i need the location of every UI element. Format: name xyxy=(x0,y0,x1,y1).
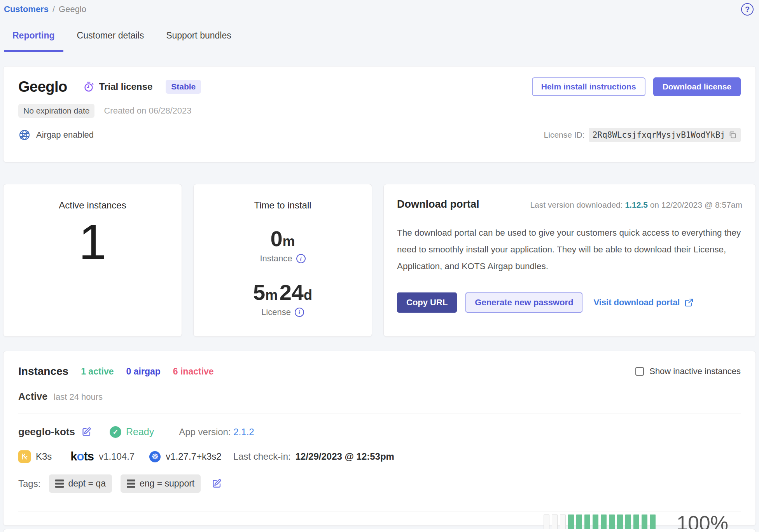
status-badge: ✓ Ready xyxy=(110,426,154,438)
license-time-unit2: d xyxy=(304,287,312,303)
last-checkin-label: Last check-in: xyxy=(233,451,291,462)
license-id-value: 2Rq8WLcsjfxqrMysjvB1WodYkBj xyxy=(593,130,725,140)
instance-time-label: Instance xyxy=(260,254,292,264)
kubernetes-icon: ☸ xyxy=(149,451,161,462)
app-version: App version: 2.1.2 xyxy=(179,427,254,438)
time-to-install-card: Time to install 0m Instance i 5m 24d Lic… xyxy=(193,184,372,337)
instances-title: Instances xyxy=(18,365,68,378)
last-checkin-value: 12/29/2023 @ 12:53pm xyxy=(296,451,394,462)
show-inactive-label: Show inactive instances xyxy=(649,366,741,376)
instances-card: Instances 1 active 0 airgap 6 inactive S… xyxy=(3,351,756,526)
airgap-label: Airgap enabled xyxy=(36,130,94,140)
inactive-count[interactable]: 6 inactive xyxy=(173,366,214,377)
airgap-status: Airgap enabled xyxy=(18,129,94,141)
time-to-install-title: Time to install xyxy=(254,200,311,211)
active-instances-value: 1 xyxy=(79,217,106,267)
active-instances-card: Active instances 1 xyxy=(3,184,182,337)
check-circle-icon: ✓ xyxy=(110,426,121,438)
edit-tags-icon[interactable] xyxy=(212,478,222,489)
tag-label: eng = support xyxy=(140,478,194,489)
top-bar: Customers / Geeglo ? xyxy=(4,3,754,16)
instance-row: geeglo-kots ✓ Ready App version: 2.1.2 K… xyxy=(18,426,741,493)
kots-logo: kots xyxy=(70,450,94,464)
next-card-partial xyxy=(3,529,756,532)
external-link-icon xyxy=(684,298,694,307)
visit-portal-label: Visit download portal xyxy=(593,298,680,308)
tab-reporting[interactable]: Reporting xyxy=(4,23,63,52)
license-id-box: 2Rq8WLcsjfxqrMysjvB1WodYkBj xyxy=(589,128,741,142)
instance-time-unit: m xyxy=(283,233,295,249)
tag-bars-icon xyxy=(55,480,64,488)
license-type: Trial license xyxy=(83,81,152,93)
license-time-unit1: m xyxy=(265,287,278,303)
created-date: Created on 06/28/2023 xyxy=(104,106,191,116)
helm-install-instructions-button[interactable]: Helm install instructions xyxy=(532,77,645,96)
license-time-label: License xyxy=(261,307,291,317)
license-id-label: License ID: xyxy=(544,130,585,140)
info-icon[interactable]: i xyxy=(295,308,304,317)
generate-password-button[interactable]: Generate new password xyxy=(465,292,582,313)
copy-url-button[interactable]: Copy URL xyxy=(397,292,457,313)
last-version-downloaded: Last version downloaded: 1.12.5 on 12/20… xyxy=(530,200,742,210)
status-label: Ready xyxy=(126,426,154,438)
active-section-sublabel: last 24 hours xyxy=(54,392,103,402)
breadcrumb-separator: / xyxy=(52,4,55,14)
license-type-label: Trial license xyxy=(99,81,152,92)
stopwatch-icon xyxy=(83,81,94,93)
instance-time-value: 0 xyxy=(270,226,282,251)
license-time-value1: 5 xyxy=(253,280,265,304)
customer-header-card: Geeglo Trial license Stable Helm install… xyxy=(3,66,756,163)
tag-bars-icon xyxy=(127,480,135,488)
tag-label: dept = qa xyxy=(68,478,106,489)
customer-name: Geeglo xyxy=(18,79,67,95)
expiration-badge: No expiration date xyxy=(18,104,94,118)
download-portal-card: Download portal Last version downloaded:… xyxy=(383,184,756,337)
tab-customer-details[interactable]: Customer details xyxy=(68,23,153,52)
kots-version: v1.104.7 xyxy=(99,451,135,462)
show-inactive-checkbox[interactable] xyxy=(635,367,644,376)
distro-label: K3s xyxy=(36,451,52,462)
last-version-link[interactable]: 1.12.5 xyxy=(625,200,647,209)
tag-badge: eng = support xyxy=(121,474,201,493)
active-count[interactable]: 1 active xyxy=(81,366,114,377)
k3s-icon xyxy=(18,450,31,463)
divider xyxy=(18,413,741,413)
download-portal-title: Download portal xyxy=(397,198,479,210)
app-version-link[interactable]: 2.1.2 xyxy=(233,427,254,437)
tags-label: Tags: xyxy=(18,478,40,489)
instance-name: geeglo-kots xyxy=(18,426,75,438)
copy-icon[interactable] xyxy=(728,131,737,139)
active-instances-title: Active instances xyxy=(59,200,126,211)
visit-download-portal-link[interactable]: Visit download portal xyxy=(593,298,694,308)
divider xyxy=(18,511,741,511)
last-version-date: on 12/20/2023 @ 8:57am xyxy=(650,200,742,209)
active-section-label: Active xyxy=(18,391,47,402)
license-time-value2: 24 xyxy=(280,280,304,304)
instance-install-time: 0m xyxy=(270,228,295,250)
breadcrumb-customers-link[interactable]: Customers xyxy=(4,4,49,14)
kots-o: o xyxy=(77,450,84,463)
kubernetes-version: v1.27.7+k3s2 xyxy=(166,451,221,462)
breadcrumb-current: Geeglo xyxy=(59,4,86,14)
airgap-globe-icon xyxy=(18,129,31,141)
tag-badge: dept = qa xyxy=(49,474,112,493)
show-inactive-toggle[interactable]: Show inactive instances xyxy=(635,366,741,376)
kots-k: k xyxy=(70,450,77,463)
help-icon[interactable]: ? xyxy=(741,3,754,16)
license-install-time: 5m 24d xyxy=(253,282,312,303)
info-icon[interactable]: i xyxy=(296,254,306,263)
tab-bar: Reporting Customer details Support bundl… xyxy=(4,23,245,52)
download-portal-description: The download portal can be used to give … xyxy=(397,224,742,275)
tab-support-bundles[interactable]: Support bundles xyxy=(157,23,240,52)
download-license-button[interactable]: Download license xyxy=(653,77,741,96)
kots-ts: ts xyxy=(84,450,94,463)
channel-badge: Stable xyxy=(166,80,201,94)
edit-instance-name-icon[interactable] xyxy=(81,427,92,437)
last-version-label: Last version downloaded: xyxy=(530,200,623,209)
app-version-label: App version: xyxy=(179,427,231,437)
airgap-count[interactable]: 0 airgap xyxy=(126,366,161,377)
